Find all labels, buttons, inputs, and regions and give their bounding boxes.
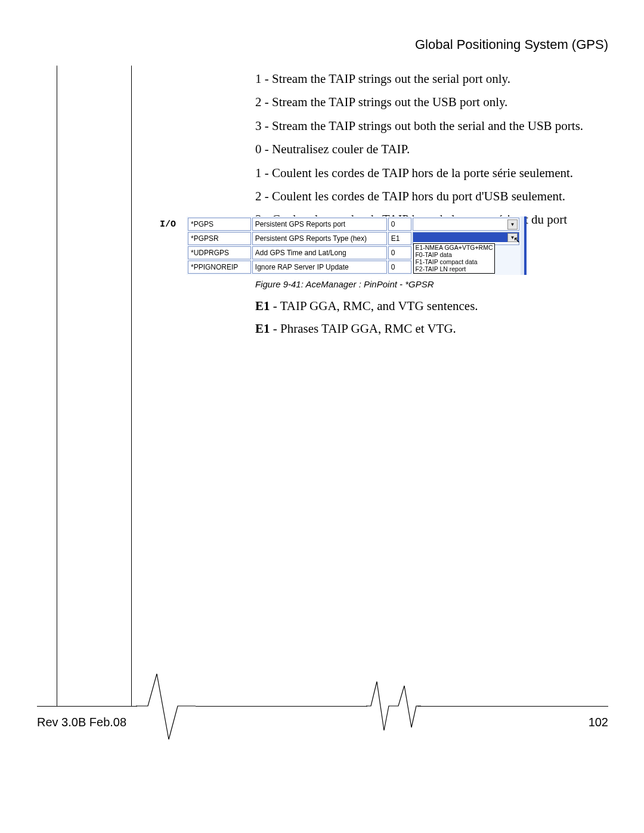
param-dropdown[interactable]: ▼ [413,218,519,231]
acemanager-table: *PGPS Persistent GPS Reports port 0 ▼ *P… [187,216,521,275]
param-name: *UDPRGPS [188,246,251,259]
e1-label: E1 [255,299,270,313]
table-row: *PGPS Persistent GPS Reports port 0 ▼ [188,218,519,231]
body-line: 2 - Coulent les cordes de TAIP hors du p… [255,188,601,205]
footer-rule [417,706,608,707]
dropdown-option[interactable]: F1-TAIP compact data [415,258,493,265]
heartbeat-icon [366,671,394,742]
param-desc: Add GPS Time and Lat/Long [252,246,387,259]
param-value: E1 [388,232,412,245]
footer-rule [196,706,367,707]
heartbeat-icon [394,671,421,742]
e1-label: E1 [255,321,270,336]
table-row: *PGPSR Persistent GPS Reports Type (hex)… [188,232,519,245]
param-name: *PGPS [188,218,251,231]
footer-revision: Rev 3.0B Feb.08 [37,716,126,729]
page-header-title: Global Positioning System (GPS) [415,37,608,52]
acemanager-screenshot: *PGPS Persistent GPS Reports port 0 ▼ *P… [187,216,524,275]
body-line: 1 - Coulent les cordes de TAIP hors de l… [255,165,601,182]
body-line: 1 - Stream the TAIP strings out the seri… [255,70,601,88]
param-value: 0 [388,246,412,259]
scrollbar-stripe [524,216,527,275]
param-value: 0 [388,261,412,274]
io-section-label: I/O [160,219,176,230]
chevron-down-icon[interactable]: ▼ [507,219,518,230]
param-desc: Persistent GPS Reports Type (hex) [252,232,387,245]
body-line: 3 - Stream the TAIP strings out both the… [255,117,601,135]
body-line: 0 - Neutralisez couler de TAIP. [255,141,601,158]
dropdown-option[interactable]: E1-NMEA GGA+VTG+RMC [415,244,493,251]
param-dropdown-open[interactable]: ▼ ↖ E1-NMEA GGA+VTG+RMC F0-TAIP data F1-… [413,232,519,245]
dropdown-selection-bar [413,233,519,242]
param-desc: Persistent GPS Reports port [252,218,387,231]
body-line: 2 - Stream the TAIP strings out the USB … [255,94,601,111]
dropdown-option[interactable]: F0-TAIP data [415,251,493,258]
param-desc: Ignore RAP Server IP Update [252,261,387,274]
dropdown-list[interactable]: E1-NMEA GGA+VTG+RMC F0-TAIP data F1-TAIP… [413,243,494,274]
chevron-down-icon[interactable]: ▼ [507,233,518,242]
heartbeat-icon [136,671,196,742]
footer-rule [37,706,137,707]
param-value: 0 [388,218,412,231]
e1-desc: - Phrases TAIP GGA, RMC et VTG. [270,321,456,336]
column-rule-outer [57,66,57,707]
column-rule-inner [131,66,132,707]
figure-caption: Figure 9-41: AceManager : PinPoint - *GP… [255,279,434,289]
dropdown-option[interactable]: F2-TAIP LN report [415,265,493,272]
e1-desc: - TAIP GGA, RMC, and VTG sentences. [270,299,478,313]
param-name: *PGPSR [188,232,251,245]
post-figure-text: E1 - TAIP GGA, RMC, and VTG sentences. E… [255,297,601,342]
param-name: *PPIGNOREIP [188,261,251,274]
footer-page-number: 102 [589,716,608,729]
